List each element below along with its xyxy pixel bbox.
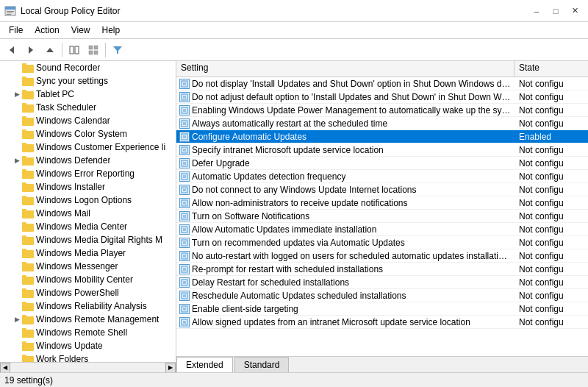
svg-rect-30 <box>22 156 26 158</box>
svg-rect-59 <box>22 356 34 362</box>
close-button[interactable]: ✕ <box>566 4 584 18</box>
tree-item[interactable]: Work Folders <box>0 352 176 362</box>
tree-item[interactable]: Sync your settings <box>0 74 176 88</box>
tab-extended[interactable]: Extended <box>176 357 233 372</box>
tree-item[interactable]: Windows Installer <box>0 180 176 194</box>
svg-rect-52 <box>22 302 26 304</box>
svg-rect-56 <box>22 328 26 330</box>
folder-icon <box>22 168 34 180</box>
filter-button[interactable] <box>109 41 126 59</box>
tree-arrow-icon[interactable]: ▶ <box>12 157 22 164</box>
policy-icon <box>179 238 190 248</box>
table-row[interactable]: Enabling Windows Update Power Management… <box>176 104 588 117</box>
tree-arrow-icon[interactable]: ▶ <box>12 316 22 323</box>
horizontal-scrollbar[interactable]: ◀ ▶ <box>0 362 176 372</box>
menu-help[interactable]: Help <box>96 24 126 37</box>
scroll-right-button[interactable]: ▶ <box>165 363 176 373</box>
table-row[interactable]: Defer UpgradeNot configu <box>176 157 588 170</box>
tree-item[interactable]: Windows Calendar <box>0 114 176 127</box>
scroll-track[interactable] <box>10 363 165 373</box>
table-row[interactable]: Configure Automatic UpdatesEnabled <box>176 130 588 143</box>
tree-item[interactable]: Windows Error Reporting <box>0 167 176 180</box>
table-row[interactable]: Automatic Updates detection frequencyNot… <box>176 170 588 183</box>
svg-rect-10 <box>89 46 93 49</box>
table-row[interactable]: Always automatically restart at the sche… <box>176 117 588 130</box>
maximize-button[interactable]: □ <box>547 4 564 18</box>
tree-item[interactable]: Windows Messenger <box>0 260 176 273</box>
table-row[interactable]: Enable client-side targetingNot configu <box>176 302 588 316</box>
menu-view[interactable]: View <box>65 24 96 37</box>
tree-item-label: Sync your settings <box>36 76 108 86</box>
table-row[interactable]: Reschedule Automatic Updates scheduled i… <box>176 289 588 302</box>
folder-icon <box>22 194 34 206</box>
row-setting-label: Turn on Software Notifications <box>192 211 309 221</box>
row-state-cell: Not configu <box>514 184 588 196</box>
svg-rect-12 <box>89 51 93 54</box>
svg-marker-14 <box>113 46 122 54</box>
menu-file[interactable]: File <box>3 24 29 37</box>
column-setting[interactable]: Setting <box>176 61 514 77</box>
tree-item[interactable]: Windows Media Digital Rights M <box>0 233 176 246</box>
tree-item[interactable]: Windows PowerShell <box>0 286 176 299</box>
tree-view[interactable]: Sound Recorder Sync your settings▶ Table… <box>0 61 176 362</box>
tree-item[interactable]: Windows Reliability Analysis <box>0 299 176 313</box>
tree-item[interactable]: Windows Media Player <box>0 246 176 260</box>
table-row[interactable]: Turn on Software NotificationsNot config… <box>176 210 588 223</box>
table-row[interactable]: Do not connect to any Windows Update Int… <box>176 183 588 196</box>
svg-rect-2 <box>7 11 14 12</box>
up-button[interactable] <box>41 41 59 59</box>
svg-rect-18 <box>22 77 26 79</box>
forward-button[interactable] <box>22 41 40 59</box>
svg-marker-7 <box>46 48 54 52</box>
tab-standard[interactable]: Standard <box>234 357 290 372</box>
settings-table[interactable]: Do not display 'Install Updates and Shut… <box>176 77 588 356</box>
svg-rect-27 <box>22 144 34 152</box>
tree-item[interactable]: Windows Color System <box>0 127 176 141</box>
tree-arrow-icon[interactable]: ▶ <box>12 90 22 98</box>
table-row[interactable]: No auto-restart with logged on users for… <box>176 249 588 263</box>
column-state[interactable]: State <box>514 61 588 77</box>
menu-action[interactable]: Action <box>29 24 65 37</box>
tree-item[interactable]: Windows Customer Experience li <box>0 141 176 154</box>
tree-item[interactable]: ▶ Tablet PC <box>0 88 176 101</box>
back-button[interactable] <box>3 41 21 59</box>
view-button[interactable] <box>85 41 102 59</box>
policy-icon <box>179 118 190 129</box>
svg-rect-107 <box>182 240 187 246</box>
table-row[interactable]: Delay Restart for scheduled installation… <box>176 276 588 289</box>
row-setting-label: Do not connect to any Windows Update Int… <box>192 185 417 195</box>
tree-item[interactable]: ▶ Windows Remote Management <box>0 313 176 326</box>
tree-item[interactable]: Windows Mail <box>0 207 176 220</box>
tree-item[interactable]: Windows Update <box>0 339 176 352</box>
tree-item-label: Windows Media Player <box>36 248 126 258</box>
menu-bar: File Action View Help <box>0 22 588 39</box>
scroll-left-button[interactable]: ◀ <box>0 363 10 373</box>
tree-item[interactable]: ▶ Windows Defender <box>0 154 176 167</box>
table-row[interactable]: Allow Automatic Updates immediate instal… <box>176 223 588 236</box>
table-row[interactable]: Turn on recommended updates via Automati… <box>176 236 588 249</box>
tree-item[interactable]: Sound Recorder <box>0 61 176 74</box>
row-state-cell: Not configu <box>514 197 588 209</box>
tree-item[interactable]: Windows Remote Shell <box>0 326 176 339</box>
row-setting-label: No auto-restart with logged on users for… <box>192 251 512 261</box>
table-row[interactable]: Do not adjust default option to 'Install… <box>176 90 588 104</box>
svg-rect-42 <box>22 235 26 238</box>
show-hide-tree-button[interactable] <box>65 41 83 59</box>
svg-rect-38 <box>22 209 26 211</box>
minimize-button[interactable]: – <box>528 4 545 18</box>
row-setting-cell: Automatic Updates detection frequency <box>176 171 514 182</box>
row-setting-label: Do not display 'Install Updates and Shut… <box>192 79 512 89</box>
tree-item[interactable]: Task Scheduler <box>0 101 176 114</box>
table-row[interactable]: Re-prompt for restart with scheduled ins… <box>176 263 588 276</box>
table-row[interactable]: Allow signed updates from an intranet Mi… <box>176 316 588 329</box>
row-setting-cell: Allow Automatic Updates immediate instal… <box>176 224 514 235</box>
tree-item[interactable]: Windows Media Center <box>0 220 176 233</box>
tree-item[interactable]: Windows Mobility Center <box>0 273 176 286</box>
row-state-cell: Not configu <box>514 78 588 90</box>
row-setting-cell: Turn on Software Notifications <box>176 210 514 222</box>
table-row[interactable]: Do not display 'Install Updates and Shut… <box>176 77 588 90</box>
table-row[interactable]: Specify intranet Microsoft update servic… <box>176 143 588 157</box>
tree-item[interactable]: Windows Logon Options <box>0 194 176 207</box>
table-row[interactable]: Allow non-administrators to receive upda… <box>176 196 588 210</box>
row-setting-cell: Always automatically restart at the sche… <box>176 118 514 129</box>
